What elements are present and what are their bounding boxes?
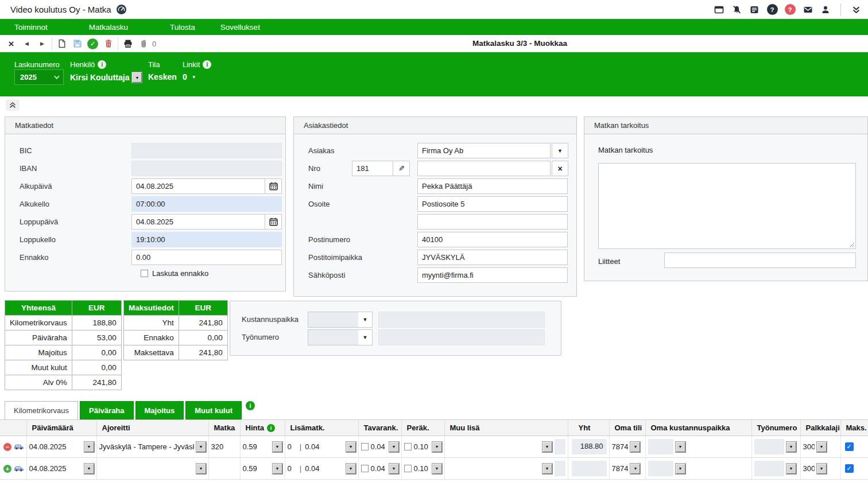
bell-off-icon[interactable] [729, 3, 744, 17]
dropdown-button[interactable]: ▼ [432, 464, 442, 474]
perak-rate-field[interactable]: 0.10 [414, 464, 428, 473]
info-icon[interactable]: i [203, 60, 211, 69]
henkilo-dropdown-button[interactable]: ▼ [132, 72, 142, 83]
journal-icon[interactable] [747, 3, 762, 17]
dropdown-button[interactable]: ▼ [676, 442, 685, 452]
dropdown-button[interactable]: ▼ [84, 464, 94, 474]
liitteet-field[interactable] [664, 252, 856, 268]
dropdown-button[interactable]: ▼ [432, 442, 442, 452]
dropdown-button[interactable]: ▼ [542, 442, 552, 452]
palkkalaji-field[interactable]: 300 [803, 442, 815, 451]
tab-kilometrikorvaus[interactable]: Kilometrikorvaus [5, 401, 78, 419]
edit-customer-button[interactable]: ✎ [393, 161, 410, 176]
dropdown-button[interactable]: ▼ [346, 442, 356, 452]
help-icon[interactable]: ? [765, 3, 780, 17]
date-field[interactable]: 04.08.2025 [29, 464, 67, 473]
window-icon[interactable] [711, 3, 726, 17]
dropdown-button[interactable]: ▼ [817, 464, 827, 474]
dropdown-button[interactable]: ▼ [542, 464, 552, 474]
customer-search-field[interactable] [417, 161, 551, 176]
asiakas-dropdown-button[interactable]: ▼ [552, 143, 568, 158]
maks-checkbox[interactable]: ✓ [845, 464, 854, 473]
menu-matkalasku[interactable]: Matkalasku [82, 19, 135, 35]
postitoimipaikka-field[interactable] [417, 250, 568, 265]
price-field[interactable]: 0.59 [243, 442, 257, 451]
postinumero-field[interactable] [417, 232, 568, 247]
laskuta-ennakko-checkbox[interactable] [141, 270, 148, 277]
sahkoposti-field[interactable] [417, 267, 568, 283]
menu-sovellukset[interactable]: Sovellukset [214, 19, 267, 35]
menu-toiminnot[interactable]: Toiminnot [7, 19, 55, 35]
kustannuspaikka-select[interactable]: ▼ [308, 312, 373, 328]
dropdown-button[interactable]: ▼ [389, 442, 399, 452]
perak-checkbox[interactable] [404, 443, 412, 450]
maks-checkbox[interactable]: ✓ [845, 442, 854, 451]
dropdown-button[interactable]: ▼ [346, 464, 356, 474]
osoite2-field[interactable] [417, 214, 568, 230]
palkkalaji-field[interactable]: 300 [803, 464, 815, 473]
menu-tulosta[interactable]: Tulosta [163, 19, 202, 35]
calendar-button[interactable] [265, 214, 282, 230]
asiakas-select[interactable]: Firma Oy Ab [417, 143, 551, 158]
osoite-field[interactable] [417, 196, 568, 212]
dropdown-button[interactable]: ▼ [630, 464, 640, 474]
extra-rate-field[interactable]: 0.04 [305, 442, 319, 451]
attachments-button[interactable] [135, 36, 151, 51]
perak-checkbox[interactable] [404, 465, 412, 472]
extra-rate-field[interactable]: 0.04 [305, 464, 319, 473]
tavarank-rate-field[interactable]: 0.04 [371, 464, 385, 473]
dropdown-button[interactable]: ▼ [273, 442, 282, 452]
user-icon[interactable] [818, 3, 833, 17]
add-row-icon[interactable]: + [3, 465, 11, 473]
nro-field[interactable] [352, 161, 393, 176]
dropdown-button[interactable]: ▼ [273, 464, 282, 474]
alkupaiva-field[interactable] [131, 178, 265, 194]
tarkoitus-textarea[interactable] [598, 163, 856, 249]
nimi-field[interactable] [417, 178, 568, 194]
dropdown-button[interactable]: ▼ [676, 464, 685, 474]
calendar-button[interactable] [265, 178, 282, 194]
tyonumero-select[interactable]: ▼ [308, 329, 373, 345]
dropdown-button[interactable]: ▼ [389, 464, 399, 474]
dropdown-button[interactable]: ▼ [630, 442, 640, 452]
linkit-dropdown[interactable]: 0 ▼ [183, 72, 196, 81]
dropdown-button[interactable]: ▼ [817, 442, 827, 452]
account-field[interactable]: 7874 [612, 442, 629, 451]
next-button[interactable]: ▶ [34, 36, 50, 51]
new-document-button[interactable] [54, 36, 69, 51]
dropdown-button[interactable]: ▼ [196, 442, 206, 452]
extra-km-field[interactable]: 0 [288, 464, 292, 473]
dropdown-button[interactable]: ▼ [786, 464, 796, 474]
collapse-header-button[interactable] [6, 99, 20, 111]
close-button[interactable]: × [3, 36, 19, 51]
info-icon[interactable]: i [246, 401, 255, 410]
perak-rate-field[interactable]: 0.10 [414, 442, 428, 451]
mail-icon[interactable] [800, 3, 815, 17]
loppukello-field[interactable] [131, 232, 282, 247]
prev-button[interactable]: ◀ [19, 36, 34, 51]
account-field[interactable]: 7874 [612, 464, 629, 473]
tavarank-rate-field[interactable]: 0.04 [371, 442, 385, 451]
dropdown-button[interactable]: ▼ [84, 442, 94, 452]
clear-customer-button[interactable]: × [552, 161, 568, 176]
help-alert-icon[interactable]: ? [782, 3, 797, 17]
price-field[interactable]: 0.59 [243, 464, 257, 473]
info-icon[interactable]: i [267, 424, 275, 432]
save-button[interactable] [69, 36, 85, 51]
distance-field[interactable]: 320 [211, 442, 224, 451]
ennakko-field[interactable] [131, 250, 282, 265]
dropdown-button[interactable]: ▼ [786, 442, 796, 452]
print-button[interactable] [120, 36, 135, 51]
laskunumero-select[interactable]: 2025 [14, 69, 64, 85]
route-field[interactable]: Jyväskylä - Tampere - Jyväskylä [99, 442, 194, 451]
remove-row-icon[interactable]: − [3, 443, 11, 451]
date-field[interactable]: 04.08.2025 [29, 442, 67, 451]
tab-paivaraha[interactable]: Päiväraha [80, 401, 133, 419]
tab-muut-kulut[interactable]: Muut kulut [185, 401, 242, 419]
chevrons-down-icon[interactable] [848, 3, 863, 17]
loppupaiva-field[interactable] [131, 214, 265, 230]
alkukello-field[interactable] [131, 196, 282, 212]
info-icon[interactable]: i [98, 60, 106, 69]
tab-majoitus[interactable]: Majoitus [135, 401, 184, 419]
approve-button[interactable]: ✓ [85, 36, 100, 51]
